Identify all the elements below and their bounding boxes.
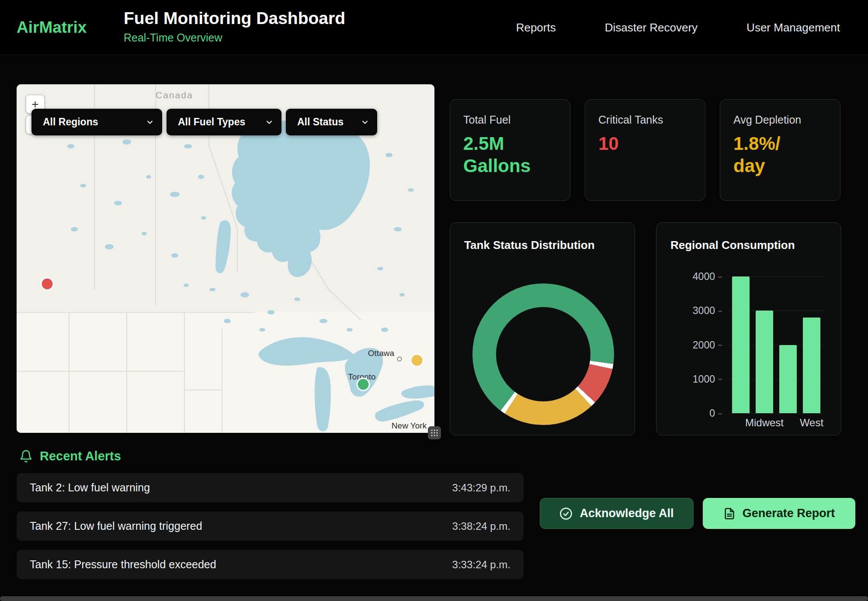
filter-status-dropdown[interactable]: All Status <box>286 109 377 135</box>
chart-title: Tank Status Distribution <box>464 238 595 252</box>
map-label-country: Canada <box>156 90 193 100</box>
alerts-header: Recent Alerts <box>19 449 121 463</box>
filter-regions-dropdown[interactable]: All Regions <box>31 109 162 135</box>
bar-chart-y-axis: 40003000200010000 <box>656 276 726 413</box>
alert-row[interactable]: Tank 27: Low fuel warning triggered 3:38… <box>17 511 524 541</box>
bell-icon <box>19 449 33 463</box>
dashboard-root: AirMatrix Fuel Monitoring Dashboard Real… <box>0 0 868 601</box>
regional-consumption-chart-card: Regional Consumption 40003000200010000 M… <box>656 222 841 435</box>
brand-logo[interactable]: AirMatrix <box>17 0 87 55</box>
stat-value-line2: Gallons <box>463 155 561 177</box>
map-canvas: Canada Ottawa Toronto New York <box>17 84 434 433</box>
map-resize-handle[interactable] <box>428 426 441 439</box>
tank-status-donut-chart <box>472 283 614 425</box>
nav-item-reports[interactable]: Reports <box>516 21 556 35</box>
bar-chart-bars <box>732 276 820 413</box>
y-tick-label: 3000 <box>693 305 715 317</box>
filter-fuel-types-label: All Fuel Types <box>178 116 245 128</box>
top-bar: AirMatrix Fuel Monitoring Dashboard Real… <box>0 0 868 55</box>
alert-time: 3:33:24 p.m. <box>452 559 510 571</box>
title-block: Fuel Monitoring Dashboard Real-Time Over… <box>124 9 345 44</box>
horizontal-scrollbar[interactable] <box>0 596 868 601</box>
generate-report-label: Generate Report <box>743 507 835 520</box>
map-label-ottawa: Ottawa <box>368 349 395 358</box>
stat-value-line1: 2.5M <box>463 132 561 155</box>
map[interactable]: Canada Ottawa Toronto New York + All Reg… <box>17 84 434 433</box>
y-tick-label: 2000 <box>693 339 715 351</box>
alert-time: 3:43:29 p.m. <box>452 482 510 494</box>
bar <box>756 311 773 413</box>
chart-title: Regional Consumption <box>670 238 795 252</box>
alert-text: Tank 15: Pressure threshold exceeded <box>30 558 216 571</box>
x-tick-label <box>779 417 797 429</box>
alert-time: 3:38:24 p.m. <box>452 520 510 532</box>
stat-value: 2.5M Gallons <box>463 132 561 177</box>
chevron-down-icon <box>146 118 154 127</box>
y-tick-label: 4000 <box>693 271 715 283</box>
chevron-down-icon <box>361 118 369 127</box>
alert-row[interactable]: Tank 2: Low fuel warning 3:43:29 p.m. <box>17 473 524 502</box>
filter-fuel-types-dropdown[interactable]: All Fuel Types <box>167 109 281 135</box>
bar <box>732 276 750 413</box>
stat-label: Critical Tanks <box>598 114 696 126</box>
x-tick-label: Midwest <box>756 417 773 429</box>
map-filter-bar: All Regions All Fuel Types All Status <box>31 109 377 135</box>
bar-chart-x-axis: MidwestWest <box>732 417 820 429</box>
tank-status-chart-card: Tank Status Distribution <box>450 222 635 435</box>
y-tick-label: 0 <box>709 408 715 419</box>
alert-text: Tank 2: Low fuel warning <box>30 481 150 494</box>
drag-dots-icon <box>431 429 438 437</box>
acknowledge-all-button[interactable]: Acknowledge All <box>540 498 694 529</box>
nav-item-disaster-recovery[interactable]: Disaster Recovery <box>605 21 698 35</box>
stat-value-line2: day <box>733 155 831 177</box>
filter-regions-label: All Regions <box>43 116 98 128</box>
map-marker-warning[interactable] <box>411 354 423 366</box>
stat-value-line1: 1.8%/ <box>733 132 831 155</box>
check-circle-icon <box>559 507 573 520</box>
acknowledge-all-label: Acknowledge All <box>580 507 674 520</box>
main-nav: Reports Disaster Recovery User Managemen… <box>516 0 840 55</box>
stat-value-line1: 10 <box>598 132 696 155</box>
document-icon <box>723 508 736 520</box>
regional-consumption-bar-chart <box>732 276 820 413</box>
gridline <box>729 413 824 414</box>
page-subtitle: Real-Time Overview <box>124 31 345 44</box>
y-tick-label: 1000 <box>693 373 715 385</box>
stat-label: Avg Depletion <box>733 114 831 126</box>
map-marker-critical[interactable] <box>41 278 53 290</box>
alert-text: Tank 27: Low fuel warning triggered <box>30 520 202 532</box>
alert-row[interactable]: Tank 15: Pressure threshold exceeded 3:3… <box>17 550 524 579</box>
chevron-down-icon <box>265 118 274 127</box>
stat-label: Total Fuel <box>463 114 561 126</box>
stat-value: 1.8%/ day <box>733 132 831 177</box>
nav-item-user-management[interactable]: User Management <box>746 21 840 35</box>
stat-card-avg-depletion: Avg Depletion 1.8%/ day <box>720 99 840 201</box>
stat-card-critical-tanks: Critical Tanks 10 <box>585 99 705 201</box>
map-marker-normal[interactable] <box>357 378 369 390</box>
generate-report-button[interactable]: Generate Report <box>703 498 855 529</box>
bar <box>803 318 820 413</box>
bar <box>779 345 797 414</box>
stat-value: 10 <box>598 132 696 155</box>
filter-status-label: All Status <box>297 116 344 128</box>
page-title: Fuel Monitoring Dashboard <box>124 9 345 28</box>
donut-hole <box>496 307 590 401</box>
x-tick-label: West <box>803 417 820 429</box>
alerts-title: Recent Alerts <box>40 449 121 463</box>
map-label-new-york: New York <box>392 421 427 430</box>
stat-card-total-fuel: Total Fuel 2.5M Gallons <box>450 99 570 201</box>
map-city-dot <box>398 357 402 361</box>
